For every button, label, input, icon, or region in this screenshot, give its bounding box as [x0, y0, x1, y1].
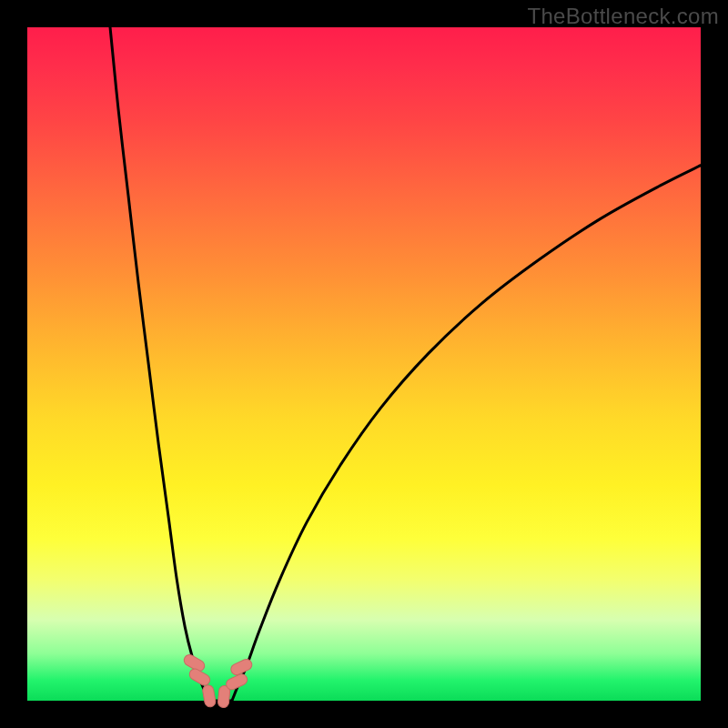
chart-plot-area: [27, 27, 701, 701]
chart-svg: [27, 27, 701, 701]
curve-right-branch: [232, 166, 701, 701]
svg-rect-2: [202, 684, 217, 708]
watermark-text: TheBottleneck.com: [527, 4, 719, 29]
data-marker: [202, 684, 217, 708]
curve-left-branch: [110, 27, 207, 701]
marker-group: [182, 652, 254, 708]
chart-frame: TheBottleneck.com: [0, 0, 728, 728]
